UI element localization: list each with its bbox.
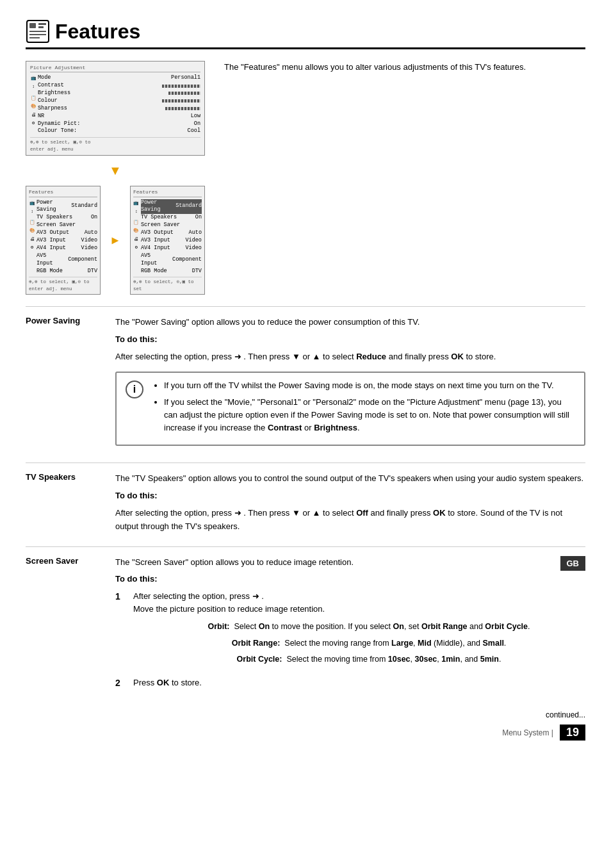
features-menu-right: Features 📺 ↕ 📋 🎨 🖨 ⚙ Power Saving <box>130 186 205 295</box>
picture-adjustment-menu: Picture Adjustment 📺 ↕ 📋 🎨 🖨 ⚙ Mode <box>26 61 205 156</box>
features-menus-row: Features 📺 ↕ 📋 🎨 🖨 ⚙ Power Saving <box>26 186 205 295</box>
footer-page-number: 19 <box>560 725 585 741</box>
svg-rect-5 <box>29 34 46 35</box>
screen-saver-desc: The "Screen Saver" option allows you to … <box>115 556 585 569</box>
tv-speakers-todo-label: To do this: <box>115 489 585 503</box>
screen-saver-section: Screen Saver The "Screen Saver" option a… <box>26 546 585 705</box>
screen-saver-todo-label: To do this: <box>115 573 585 586</box>
page-title: Features <box>55 20 140 44</box>
footer-continued: continued... <box>26 710 585 719</box>
screen-saver-content: The "Screen Saver" option allows you to … <box>115 556 585 696</box>
info-bullet-2: If you select the "Movie," "Personal1" o… <box>164 396 575 434</box>
page: Features Picture Adjustment 📺 ↕ 📋 🎨 🖨 ⚙ <box>0 0 611 868</box>
tv-speakers-label: TV Speakers <box>26 472 115 537</box>
sidebar-icon-1: 📺 <box>30 76 37 82</box>
svg-rect-3 <box>38 26 44 28</box>
svg-rect-6 <box>29 37 40 38</box>
sidebar-icon-5: 🖨 <box>30 112 37 119</box>
power-saving-info-box: i If you turn off the TV whilst the Powe… <box>115 372 585 446</box>
svg-rect-1 <box>29 23 36 28</box>
svg-rect-4 <box>29 31 46 32</box>
tv-speakers-section: TV Speakers The "TV Speakers" option all… <box>26 463 585 546</box>
info-bullet-1: If you turn off the TV whilst the Power … <box>164 379 575 392</box>
svg-rect-2 <box>38 23 46 25</box>
features-icon <box>26 19 50 44</box>
features-menu-left: Features 📺 ↕ 📋 🎨 🖨 ⚙ Power Saving <box>26 186 101 295</box>
tv-speakers-todo-text: After selecting the option, press ➜ . Th… <box>115 507 585 534</box>
menu-row-brightness: Brightness <box>38 90 200 97</box>
top-section: Picture Adjustment 📺 ↕ 📋 🎨 🖨 ⚙ Mode <box>26 61 585 295</box>
menu-row-contrast: Contrast <box>38 82 200 90</box>
menu-row-dynamic: Dynamic Pict: On <box>38 120 200 128</box>
footer-menu-system-label: Menu System | <box>502 728 553 737</box>
arrow-right-between-icon: ► <box>110 234 121 247</box>
power-saving-section: Power Saving The "Power Saving" option a… <box>26 306 585 463</box>
content-area: Power Saving The "Power Saving" option a… <box>26 306 585 704</box>
tv-speakers-desc: The "TV Speakers" option allows you to c… <box>115 472 585 486</box>
orbit-range-label: Orbit Range: <box>232 639 281 648</box>
sidebar-icon-4: 🎨 <box>30 104 37 110</box>
screen-saver-steps: 1 After selecting the option, press ➜ . … <box>115 590 585 690</box>
footer-bottom: Menu System | 19 <box>26 725 585 741</box>
power-saving-todo-text: After selecting the option, press ➜ . Th… <box>115 350 585 364</box>
menu-row-mode: Mode Personal1 <box>38 74 200 82</box>
orbit-cycle-label: Orbit Cycle: <box>237 655 282 664</box>
sidebar-icon-3: 📋 <box>30 95 37 102</box>
orbit-table: Orbit: Select On to move the position. I… <box>152 621 585 666</box>
gb-badge: GB <box>560 556 586 571</box>
power-saving-label: Power Saving <box>26 316 115 454</box>
power-saving-content: The "Power Saving" option allows you to … <box>115 316 585 454</box>
orbit-label: Orbit: <box>208 622 229 631</box>
info-bullets: If you turn off the TV whilst the Power … <box>152 379 575 439</box>
screen-saver-label: Screen Saver <box>26 556 115 696</box>
power-saving-todo-label: To do this: <box>115 333 585 347</box>
sidebar-icon-2: ↕ <box>30 84 37 90</box>
tv-speakers-content: The "TV Speakers" option allows you to c… <box>115 472 585 537</box>
menu-row-colourtone: Colour Tone: Cool <box>38 127 200 135</box>
menu-screenshots: Picture Adjustment 📺 ↕ 📋 🎨 🖨 ⚙ Mode <box>26 61 205 295</box>
menu-row-sharpness: Sharpness <box>38 105 200 113</box>
page-header: Features <box>26 19 585 49</box>
step1-text-b: Move the picture position to reduce imag… <box>133 604 325 614</box>
menu-row-colour: Colour <box>38 97 200 105</box>
arrow-down-icon: ▼ <box>26 163 205 178</box>
screen-saver-step2: 2 Press OK to store. <box>115 676 585 691</box>
power-saving-desc: The "Power Saving" option allows you to … <box>115 316 585 329</box>
screen-saver-step1: 1 After selecting the option, press ➜ . … <box>115 590 585 669</box>
menu-row-nr: NR Low <box>38 113 200 120</box>
info-icon: i <box>126 381 143 398</box>
sidebar-icon-6: ⚙ <box>30 120 37 127</box>
intro-description: The "Features" menu allows you to alter … <box>218 61 585 295</box>
step1-text-a: After selecting the option, press ➜ . <box>133 591 264 601</box>
